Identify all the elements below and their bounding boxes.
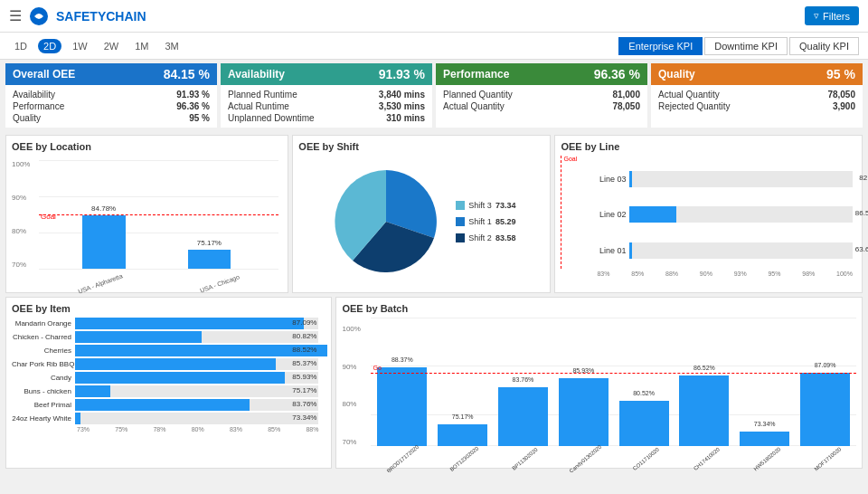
metric-row: Unplanned Downtime310 mins — [228, 112, 425, 124]
metric-val: 78,050 — [612, 101, 640, 111]
batch-col: 80.52% — [615, 318, 674, 446]
shift-1-label: Shift 1 — [468, 217, 492, 226]
filters-label: Filters — [823, 11, 850, 22]
filter-icon: ▿ — [814, 10, 819, 22]
item-label: Candy — [12, 374, 75, 382]
shift-3-val: 73.34 — [495, 201, 516, 210]
line-01-row: Line 01 63.65% — [597, 242, 853, 259]
oee-by-line-title: OEE by Line — [561, 141, 856, 152]
line-02-track: 86.53% — [629, 206, 853, 223]
metric-row: Availability91.93 % — [13, 89, 210, 100]
time-btn-2w[interactable]: 2W — [99, 39, 125, 53]
time-btn-1w[interactable]: 1W — [67, 39, 93, 53]
availability-value: 91.93 % — [379, 67, 425, 81]
item-val: 80.82% — [292, 332, 316, 340]
filters-button[interactable]: ▿ Filters — [805, 6, 859, 25]
performance-value: 96.36 % — [594, 67, 640, 81]
line-01-val: 63.65% — [855, 245, 868, 253]
app-name: SAFETYCHAIN — [56, 9, 146, 24]
item-bar — [75, 372, 285, 384]
item-bar — [75, 318, 304, 329]
batch-col: 85.93% — [554, 318, 613, 446]
line-01-track: 63.65% — [629, 242, 853, 259]
line-x-100: 100% — [836, 271, 853, 277]
time-btn-1m[interactable]: 1M — [129, 39, 154, 53]
batch-col: 83.76% — [494, 318, 552, 446]
quality-body: Actual Quantity78,050Rejected Quantity3,… — [651, 85, 863, 116]
line-x-83: 83% — [597, 271, 609, 277]
loc-xlabel-2: USA - Chicago — [200, 273, 241, 293]
batch-bar: 85.93% — [559, 378, 609, 446]
oee-by-item-title: OEE by Item — [12, 303, 326, 314]
item-track: 85.37% — [75, 358, 318, 370]
shift-3-label: Shift 3 — [468, 201, 492, 210]
metric-row: Actual Quantity78,050 — [658, 89, 855, 100]
loc-goal-label: Goal — [41, 213, 56, 221]
oee-card: Overall OEE 84.15 % Availability91.93 %P… — [5, 63, 217, 128]
logo-icon — [29, 6, 49, 26]
batch-col: 75.17% — [433, 318, 492, 446]
batch-bar-val: 73.34% — [754, 421, 776, 427]
kpi-tab-downtime-kpi[interactable]: Downtime KPI — [704, 37, 788, 55]
batch-bar-val: 80.52% — [633, 390, 655, 396]
line-03-label: Line 03 — [597, 175, 629, 184]
item-xaxis: 73% 75% 78% 80% 83% 85% 88% — [12, 426, 318, 432]
performance-body: Planned Quantity81,000Actual Quantity78,… — [436, 85, 647, 116]
shift-2-label: Shift 2 — [468, 233, 492, 242]
metric-label: Unplanned Downtime — [228, 113, 315, 123]
item-label: Mandarin Orange — [12, 319, 75, 328]
kpi-tab-quality-kpi[interactable]: Quality KPI — [789, 37, 859, 55]
line-03-track: 82.5% — [629, 171, 853, 187]
line-02-row: Line 02 86.53% — [597, 206, 853, 223]
time-btn-1d[interactable]: 1D — [9, 39, 33, 53]
shift-2-legend: Shift 2 83.58 — [456, 233, 515, 242]
item-rows: Mandarin Orange 87.09% Chicken - Charred… — [12, 318, 318, 424]
batch-bar: 88.37% — [377, 367, 427, 446]
item-label: Char Pork Rib BBQ — [12, 360, 75, 368]
batch-col: 86.52% — [675, 318, 734, 446]
oee-by-location-title: OEE by Location — [12, 141, 282, 152]
batch-bar-val: 75.17% — [452, 413, 474, 420]
item-track: 88.52% — [75, 345, 318, 356]
availability-title: Availability — [228, 68, 285, 81]
kpi-tab-enterprise-kpi[interactable]: Enterprise KPI — [618, 37, 703, 55]
charts-row-1: OEE by Location 100% 90% 80% 70% — [5, 135, 863, 293]
metric-label: Planned Quantity — [443, 90, 513, 100]
kpi-tabs: Enterprise KPIDowntime KPIQuality KPI — [618, 37, 859, 55]
oee-value: 84.15 % — [164, 67, 210, 81]
time-bar: 1D2D1W2W1M3M Enterprise KPIDowntime KPIQ… — [0, 33, 868, 60]
item-val: 85.93% — [292, 373, 316, 381]
metric-val: 3,900 — [833, 101, 855, 111]
item-row: Mandarin Orange 87.09% — [12, 318, 318, 329]
hamburger-icon[interactable]: ☰ — [9, 7, 22, 24]
metric-val: 3,840 mins — [379, 90, 425, 100]
line-x-88: 88% — [665, 271, 678, 277]
loc-bar-1-val: 84.78% — [91, 204, 116, 213]
item-val: 73.34% — [292, 413, 316, 422]
summary-row: Overall OEE 84.15 % Availability91.93 %P… — [0, 60, 868, 131]
batch-bar-val: 87.09% — [815, 362, 836, 368]
shift-1-val: 85.29 — [495, 217, 516, 226]
quality-card: Quality 95 % Actual Quantity78,050Reject… — [651, 63, 863, 128]
y-70: 70% — [12, 261, 37, 269]
item-row: Buns - chicken 75.17% — [12, 385, 318, 397]
metric-val: 91.93 % — [176, 90, 210, 100]
availability-body: Planned Runtime3,840 minsActual Runtime3… — [221, 85, 432, 128]
loc-xlabel-1: USA - Alpharetta — [77, 272, 123, 294]
batch-y-100: 100% — [342, 325, 371, 333]
item-label: Buns - chicken — [12, 387, 75, 395]
availability-header: Availability 91.93 % — [221, 63, 432, 85]
item-label: Chicken - Charred — [12, 333, 75, 341]
item-row: 24oz Hearty White 73.34% — [12, 413, 318, 424]
metric-val: 78,050 — [827, 90, 855, 100]
batch-col: 73.34% — [735, 318, 794, 446]
line-01-bar — [629, 242, 631, 259]
metric-val: 3,530 mins — [379, 101, 425, 111]
performance-card: Performance 96.36 % Planned Quantity81,0… — [436, 63, 647, 128]
time-btn-2d[interactable]: 2D — [38, 39, 61, 53]
loc-bar-2-val: 75.17% — [197, 239, 222, 247]
line-02-val: 86.53% — [855, 209, 868, 217]
top-bar: ☰ SAFETYCHAIN ▿ Filters — [0, 0, 868, 33]
line-x-85: 85% — [631, 271, 644, 277]
time-btn-3m[interactable]: 3M — [159, 39, 184, 53]
